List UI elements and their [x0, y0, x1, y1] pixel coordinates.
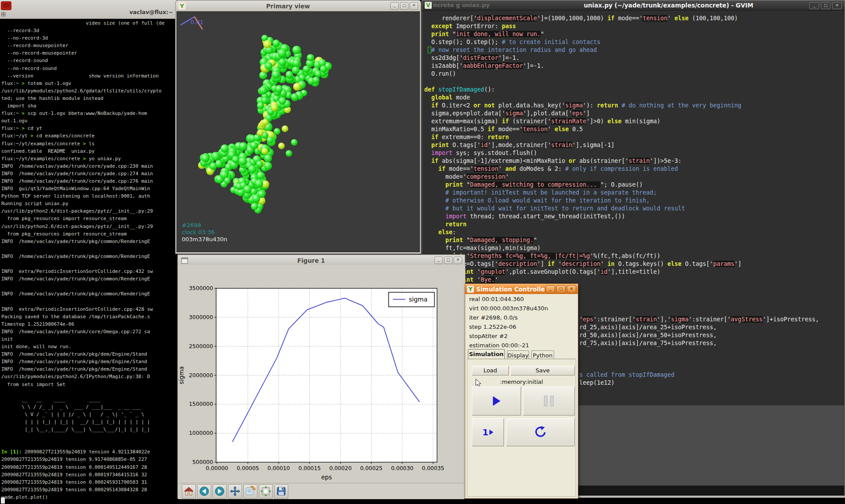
- code-line: [424, 78, 844, 86]
- tab-display[interactable]: Display: [507, 350, 529, 359]
- terminal-line: --record-mousepointer: [1, 42, 176, 49]
- pause-button[interactable]: [523, 386, 575, 416]
- code-line: print 'Strengths fc=%g, ft=%g, |fc/ft|=%…: [424, 252, 844, 260]
- simctl-close-button[interactable]: ✕: [567, 285, 576, 293]
- 3d-viewport[interactable]: 0.01 #2698 clock 03:36 003m378u430n: [176, 11, 420, 252]
- save-button[interactable]: [274, 484, 288, 499]
- stat-stop-at-iter: stopAtIter #2: [469, 333, 507, 339]
- figure-minimize-button[interactable]: _: [434, 257, 443, 264]
- pan-button[interactable]: [228, 484, 242, 499]
- particle: [274, 128, 280, 135]
- terminal-line: /usr/lib/python2.6/dist-packages/pytz/__…: [1, 207, 176, 215]
- svg-text:1000000: 1000000: [189, 430, 213, 436]
- gvim-minimize-button[interactable]: _: [809, 2, 819, 9]
- subplots-button[interactable]: [259, 484, 273, 499]
- primary-view-titlebar[interactable]: Y Primary view _ □ ✕: [176, 1, 420, 11]
- load-button[interactable]: Load: [472, 366, 509, 375]
- terminal-line: 20090827T213559p24819 tension 9.91740868…: [1, 456, 176, 463]
- particle: [215, 160, 223, 168]
- edit-button[interactable]: [243, 484, 257, 499]
- terminal-line: Python TCP server listening on localhost…: [1, 192, 176, 200]
- simctl-titlebar[interactable]: Y Simulation Controlle _ □ ✕: [465, 284, 578, 294]
- reload-button[interactable]: [506, 418, 575, 446]
- code-line: O.run(): [424, 70, 844, 78]
- code-line: print "Damaged, switching to compression…: [424, 181, 844, 189]
- particle: [250, 142, 257, 149]
- single-step-button[interactable]: 1: [472, 418, 504, 446]
- terminal-line: --record-3d: [1, 27, 176, 34]
- terminal-titlebar[interactable]: vaclav@flux:~ ⊞: [0, 0, 176, 19]
- figure-close-button[interactable]: ✕: [454, 257, 462, 264]
- simctl-title: Simulation Controlle: [476, 286, 546, 293]
- code-line: ft,fc=max(sigma),min(sigma): [424, 244, 844, 252]
- terminal-line: ted; use the hashlib module instead: [1, 95, 176, 102]
- terminal-line: [1, 441, 176, 448]
- gvim-titlebar[interactable]: V ncrete g uniax.py uniax.py (~/yade/tru…: [422, 0, 845, 11]
- code-line: # but it would wait for initTest to retu…: [424, 205, 844, 213]
- terminal-line: import sha: [1, 102, 176, 110]
- back-button[interactable]: [197, 484, 211, 499]
- home-icon: [184, 486, 194, 497]
- terminal-line: --no-record-mousepointer: [1, 49, 176, 57]
- terminal-line: /usr/lib/pymodules/python2.6/gdata/tlsli…: [1, 87, 176, 95]
- primary-maximize-button[interactable]: □: [400, 2, 408, 10]
- forward-button[interactable]: [213, 484, 227, 499]
- stat-real-time: real 00:01:044.360: [469, 296, 524, 302]
- code-line: if mode=='tension' and doModes & 2: # on…: [424, 165, 844, 173]
- svg-text:0.00020: 0.00020: [329, 465, 352, 471]
- window-menu-icon[interactable]: ⊞: [1, 11, 8, 18]
- code-line: print O.tags['id'],mode,strainer['strain…: [424, 141, 844, 149]
- step-icon-arrow: [489, 430, 493, 435]
- particle: [272, 70, 280, 79]
- tab-python[interactable]: Python: [531, 350, 554, 359]
- home-button[interactable]: [182, 484, 196, 499]
- particle: [292, 46, 301, 55]
- tab-simulation[interactable]: Simulation: [468, 349, 505, 359]
- pan-icon: [230, 486, 240, 497]
- svg-text:0.00010: 0.00010: [268, 465, 290, 471]
- simulation-tab-panel: Load Save :memory:initial 1 timestep: [467, 359, 576, 497]
- particle: [291, 93, 298, 101]
- particle: [248, 165, 256, 173]
- primary-close-button[interactable]: ✕: [410, 2, 418, 10]
- terminal-line: flux:~/yt/examples/concrete > yo uniax.p…: [1, 155, 176, 162]
- code-line: # now reset the interaction radius and g…: [424, 46, 844, 54]
- code-line: def stopIfDamaged():: [424, 86, 844, 94]
- particle: [264, 155, 272, 162]
- legend-label: sigma: [409, 296, 427, 303]
- svg-text:2500000: 2500000: [189, 343, 213, 349]
- terminal-line: from sets import Set: [1, 381, 176, 388]
- terminal-line: [1, 298, 176, 305]
- terminal-line: INFO /home/vaclav/yade/trunk/pkg/common/…: [1, 253, 176, 260]
- particle: [259, 86, 268, 95]
- primary-minimize-button[interactable]: _: [390, 2, 399, 10]
- terminal-line: confined.table README uniax.py: [1, 147, 176, 155]
- gvim-close-button[interactable]: ✕: [832, 2, 842, 9]
- step-icon: 1: [482, 427, 489, 438]
- yade-icon: Y: [467, 286, 474, 293]
- figure-maximize-button[interactable]: □: [444, 257, 452, 264]
- terminal-line: init: [1, 335, 176, 343]
- particle: [276, 85, 283, 92]
- code-line: print "Damaged, stopping.": [424, 236, 844, 244]
- simctl-maximize-button[interactable]: □: [556, 285, 566, 293]
- code-line: is2aabb['aabbEnlargeFactor']=-1.: [424, 62, 844, 70]
- primary-view-title: Primary view: [186, 3, 390, 10]
- terminal-line: INFO /home/vaclav/yade/trunk/pkg/common/…: [1, 275, 176, 283]
- gvim-ghost-title: ncrete g uniax.py: [433, 2, 489, 8]
- terminal-line: from pkg_resources import resource_strea…: [1, 215, 176, 222]
- terminal-line: --version show version information: [1, 72, 176, 80]
- simctl-minimize-button[interactable]: _: [546, 285, 555, 293]
- figure-titlebar[interactable]: Figure 1 _ □ ✕: [178, 255, 464, 266]
- particle: [278, 143, 285, 149]
- code-line: mode='compression': [424, 173, 844, 181]
- pause-icon: [544, 396, 554, 406]
- terminal-output[interactable]: video size (one of full (de --record-3d …: [1, 19, 176, 504]
- terminal-line: /usr/lib/pymodules/python2.6/IPython/Mag…: [1, 373, 176, 380]
- gvim-maximize-button[interactable]: □: [821, 2, 830, 9]
- save-button[interactable]: Save: [511, 366, 575, 375]
- svg-text:1500000: 1500000: [189, 401, 213, 407]
- particle: [265, 62, 272, 70]
- terminal-line: INFO /home/vaclav/yade/trunk/pkg/dem/Eng…: [1, 350, 176, 358]
- play-button[interactable]: [472, 386, 521, 416]
